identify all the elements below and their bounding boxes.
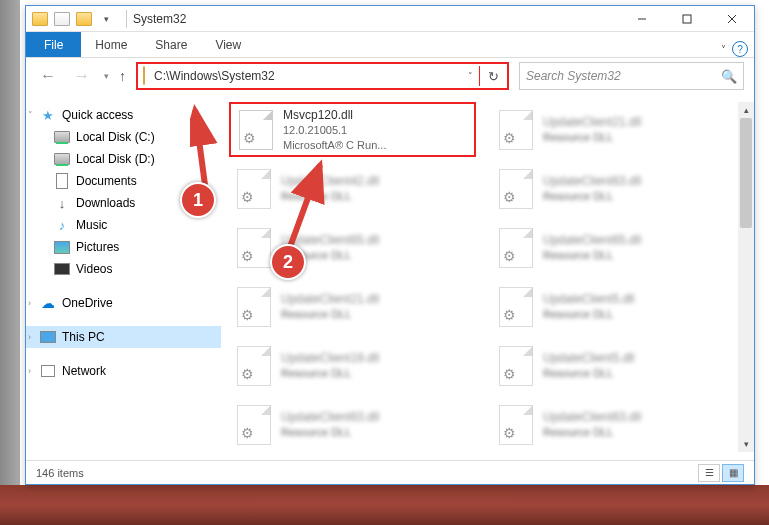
file-info: UpdateClient19.dllResource DLL xyxy=(281,350,379,381)
maximize-button[interactable] xyxy=(664,6,709,32)
minimize-button[interactable] xyxy=(619,6,664,32)
chevron-down-icon[interactable]: ˅ xyxy=(28,110,33,120)
forward-button[interactable]: → xyxy=(70,64,94,88)
sidebar-item-label: Network xyxy=(62,364,106,378)
scrollbar-thumb[interactable] xyxy=(740,118,752,228)
file-name: UpdateClient21.dll xyxy=(543,114,641,130)
file-info: UpdateClient63.dllResource DLL xyxy=(281,409,379,440)
sidebar-item-drive-c[interactable]: Local Disk (C:) xyxy=(26,126,221,148)
file-item[interactable]: ⚙UpdateClient63.dllResource DLL xyxy=(491,397,738,452)
explorer-window: ▾ System32 File Home Share View ˅ ? xyxy=(25,5,755,485)
minimize-ribbon-icon[interactable]: ˅ xyxy=(721,44,726,55)
file-item[interactable]: ⚙UpdateClient65.dllResource DLL xyxy=(229,220,476,275)
file-name: UpdateClient63.dll xyxy=(543,409,641,425)
sidebar-item-drive-d[interactable]: Local Disk (D:) xyxy=(26,148,221,170)
file-info: UpdateClient5.dllResource DLL xyxy=(543,350,634,381)
sidebar-item-label: Pictures xyxy=(76,240,119,254)
scroll-down-icon[interactable]: ▾ xyxy=(738,436,754,452)
navigation-bar: ← → ▾ ↑ C:\Windows\System32 ˅ ↻ Search S… xyxy=(26,58,754,94)
file-name: UpdateClient42.dll xyxy=(281,173,379,189)
tab-view[interactable]: View xyxy=(201,32,255,57)
address-bar[interactable]: C:\Windows\System32 ˅ ↻ xyxy=(136,62,509,90)
sidebar-item-pictures[interactable]: Pictures xyxy=(26,236,221,258)
sidebar-onedrive[interactable]: › ☁ OneDrive xyxy=(26,292,221,314)
sidebar-quick-access[interactable]: ˅ ★ Quick access xyxy=(26,104,221,126)
qat-dropdown-icon[interactable]: ▾ xyxy=(97,10,115,28)
refresh-button[interactable]: ↻ xyxy=(480,69,507,84)
file-name: UpdateClient19.dll xyxy=(281,350,379,366)
file-item[interactable]: ⚙UpdateClient19.dllResource DLL xyxy=(229,338,476,393)
file-icon: ⚙ xyxy=(493,167,537,211)
file-icon: ⚙ xyxy=(493,403,537,447)
file-name: UpdateClient5.dll xyxy=(543,291,634,307)
file-item[interactable]: ⚙UpdateClient5.dllResource DLL xyxy=(491,338,738,393)
file-item[interactable]: ⚙UpdateClient21.dllResource DLL xyxy=(491,102,738,157)
file-info: UpdateClient21.dllResource DLL xyxy=(281,291,379,322)
sidebar-network[interactable]: › Network xyxy=(26,360,221,382)
tiles-view-button[interactable]: ▦ xyxy=(722,464,744,482)
status-bar: 146 items ☰ ▦ xyxy=(26,460,754,484)
network-icon xyxy=(40,363,56,379)
sidebar-item-label: Local Disk (C:) xyxy=(76,130,155,144)
file-item[interactable]: ⚙UpdateClient5.dllResource DLL xyxy=(491,279,738,334)
drive-icon xyxy=(54,151,70,167)
file-item[interactable]: ⚙Msvcp120.dll12.0.21005.1MicrosoftA® C R… xyxy=(229,102,476,157)
tab-home[interactable]: Home xyxy=(81,32,141,57)
sidebar-item-music[interactable]: ♪ Music xyxy=(26,214,221,236)
new-folder-icon[interactable] xyxy=(75,10,93,28)
tab-share[interactable]: Share xyxy=(141,32,201,57)
cloud-icon: ☁ xyxy=(40,295,56,311)
close-button[interactable] xyxy=(709,6,754,32)
sidebar-item-label: Quick access xyxy=(62,108,133,122)
file-list: ⚙Msvcp120.dll12.0.21005.1MicrosoftA® C R… xyxy=(221,94,754,460)
file-icon: ⚙ xyxy=(231,226,275,270)
file-info: UpdateClient65.dllResource DLL xyxy=(543,232,641,263)
pc-icon xyxy=(40,329,56,345)
sidebar-item-label: Local Disk (D:) xyxy=(76,152,155,166)
history-dropdown-icon[interactable]: ▾ xyxy=(104,71,109,81)
scroll-up-icon[interactable]: ▴ xyxy=(738,102,754,118)
file-name: UpdateClient65.dll xyxy=(543,232,641,248)
file-item[interactable]: ⚙UpdateClient63.dllResource DLL xyxy=(229,397,476,452)
sidebar-item-label: Downloads xyxy=(76,196,135,210)
file-name: UpdateClient5.dll xyxy=(543,350,634,366)
search-input[interactable]: Search System32 🔍 xyxy=(519,62,744,90)
address-path[interactable]: C:\Windows\System32 xyxy=(150,69,462,83)
svg-rect-1 xyxy=(683,15,691,23)
videos-icon xyxy=(54,261,70,277)
file-info: UpdateClient5.dllResource DLL xyxy=(543,291,634,322)
folder-icon xyxy=(31,10,49,28)
file-item[interactable]: ⚙UpdateClient65.dllResource DLL xyxy=(491,220,738,275)
up-button[interactable]: ↑ xyxy=(119,68,126,84)
file-info: UpdateClient21.dllResource DLL xyxy=(543,114,641,145)
documents-icon xyxy=(54,173,70,189)
sidebar-item-videos[interactable]: Videos xyxy=(26,258,221,280)
address-dropdown-icon[interactable]: ˅ xyxy=(462,71,479,81)
chevron-right-icon[interactable]: › xyxy=(28,332,31,342)
file-info: UpdateClient63.dllResource DLL xyxy=(543,173,641,204)
file-name: UpdateClient63.dll xyxy=(281,409,379,425)
file-item[interactable]: ⚙UpdateClient63.dllResource DLL xyxy=(491,161,738,216)
properties-icon[interactable] xyxy=(53,10,71,28)
help-icon[interactable]: ? xyxy=(732,41,748,57)
file-tab[interactable]: File xyxy=(26,32,81,57)
star-icon: ★ xyxy=(40,107,56,123)
file-icon: ⚙ xyxy=(231,167,275,211)
back-button[interactable]: ← xyxy=(36,64,60,88)
file-item[interactable]: ⚙UpdateClient21.dllResource DLL xyxy=(229,279,476,334)
chevron-right-icon[interactable]: › xyxy=(28,298,31,308)
sidebar-this-pc[interactable]: › This PC xyxy=(26,326,221,348)
sidebar-item-label: Documents xyxy=(76,174,137,188)
file-icon: ⚙ xyxy=(233,108,277,152)
chevron-right-icon[interactable]: › xyxy=(28,366,31,376)
pictures-icon xyxy=(54,239,70,255)
search-icon: 🔍 xyxy=(721,69,737,84)
file-icon: ⚙ xyxy=(493,344,537,388)
file-item[interactable]: ⚙UpdateClient42.dllResource DLL xyxy=(229,161,476,216)
callout-badge-2: 2 xyxy=(270,244,306,280)
file-info: UpdateClient63.dllResource DLL xyxy=(543,409,641,440)
details-view-button[interactable]: ☰ xyxy=(698,464,720,482)
vertical-scrollbar[interactable]: ▴ ▾ xyxy=(738,102,754,452)
sidebar-item-label: Music xyxy=(76,218,107,232)
music-icon: ♪ xyxy=(54,217,70,233)
